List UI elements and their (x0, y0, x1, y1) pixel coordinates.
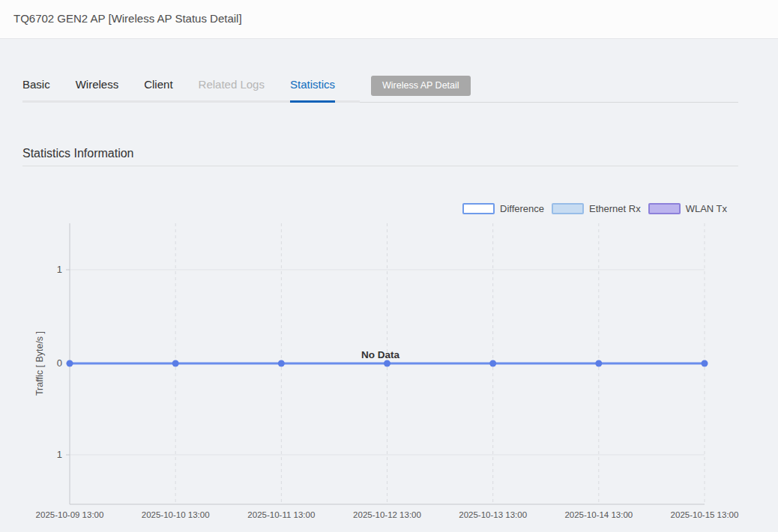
y-tick-label: 1 (57, 449, 62, 460)
y-axis-label: Traffic [ Byte/s ] (34, 331, 45, 396)
tab-client[interactable]: Client (144, 77, 172, 100)
data-point-marker (595, 360, 602, 367)
data-point-marker (172, 360, 179, 367)
x-tick-label: 2025-10-13 13:00 (459, 510, 527, 519)
no-data-label: No Data (361, 349, 399, 360)
tab-related-logs[interactable]: Related Logs (199, 77, 265, 100)
y-tick-label: 0 (57, 357, 62, 369)
tab-statistics[interactable]: Statistics (290, 77, 335, 103)
page-title: TQ6702 GEN2 AP [Wireless AP Status Detai… (13, 0, 242, 37)
x-tick-label: 2025-10-09 13:00 (36, 510, 104, 519)
x-tick-label: 2025-10-14 13:00 (564, 510, 633, 519)
tab-bar-divider (360, 102, 738, 103)
x-tick-label: 2025-10-12 13:00 (353, 510, 421, 519)
traffic-statistics-chart: 101Traffic [ Byte/s ]2025-10-09 13:00202… (0, 187, 778, 532)
x-tick-label: 2025-10-11 13:00 (247, 510, 315, 519)
data-point-marker (384, 360, 390, 367)
wireless-ap-status-detail-page: TQ6702 GEN2 AP [Wireless AP Status Detai… (0, 0, 778, 532)
y-tick-label: 1 (57, 264, 62, 275)
page-header: TQ6702 GEN2 AP [Wireless AP Status Detai… (0, 0, 778, 39)
wireless-ap-detail-button[interactable]: Wireless AP Detail (371, 76, 471, 96)
data-point-marker (702, 360, 708, 367)
x-tick-label: 2025-10-10 13:00 (142, 510, 210, 519)
data-point-marker (489, 360, 496, 367)
section-divider (22, 166, 738, 166)
tab-wireless[interactable]: Wireless (76, 77, 119, 100)
tab-basic[interactable]: Basic (22, 77, 50, 100)
data-point-marker (278, 360, 285, 367)
tab-bar: Basic Wireless Client Related Logs Stati… (22, 77, 360, 103)
x-tick-label: 2025-10-15 13:00 (671, 510, 739, 519)
data-point-marker (67, 360, 73, 367)
section-title: Statistics Information (22, 147, 134, 160)
